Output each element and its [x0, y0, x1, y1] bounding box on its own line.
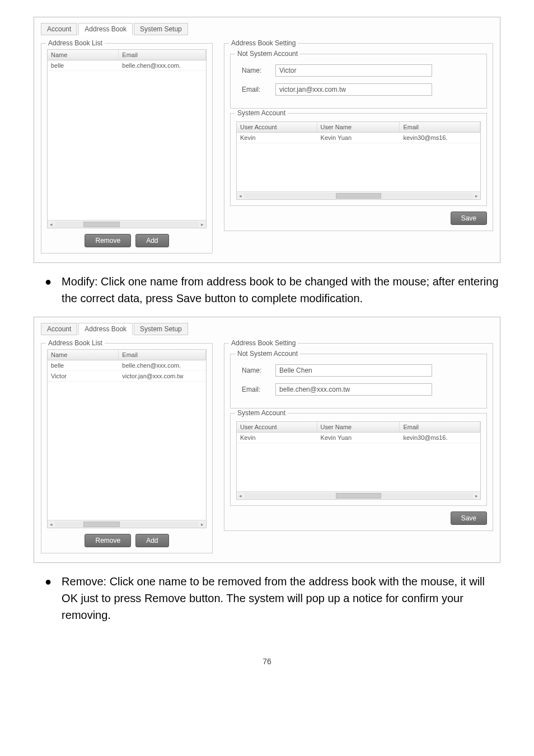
bullet-icon: ● [45, 573, 51, 623]
name-label: Name: [242, 67, 270, 74]
col-email: Email [119, 350, 206, 360]
list-item[interactable]: Victor victor.jan@xxx.com.tw [48, 371, 206, 382]
sys-header: User Account User Name Email [237, 122, 480, 133]
remove-button[interactable]: Remove [85, 534, 131, 547]
table-row[interactable]: Kevin Kevin Yuan kevin30@ms16. [237, 433, 480, 443]
name-input[interactable] [275, 364, 432, 377]
name-input[interactable] [275, 64, 432, 77]
address-book-setting-legend: Address Book Setting [229, 339, 298, 347]
screenshot-add: Account Address Book System Setup Addres… [34, 17, 500, 263]
scroll-right-icon[interactable]: ▸ [473, 193, 480, 199]
scroll-right-icon[interactable]: ▸ [199, 522, 206, 527]
system-account-list[interactable]: User Account User Name Email Kevin Kevin… [236, 121, 481, 200]
system-account-legend: System Account [235, 109, 288, 117]
cell-user-account: Kevin [237, 433, 317, 443]
system-account: System Account User Account User Name Em… [230, 413, 487, 506]
scroll-left-icon[interactable]: ◂ [48, 522, 55, 527]
scroll-right-icon[interactable]: ▸ [199, 222, 206, 227]
bullet-icon: ● [45, 273, 51, 307]
address-list[interactable]: Name Email belle belle.chen@xxx.com. ◂ [47, 49, 207, 228]
address-book-list: Address Book List Name Email belle belle… [41, 43, 213, 253]
scroll-left-icon[interactable]: ◂ [237, 193, 244, 199]
save-button[interactable]: Save [451, 511, 487, 525]
hscrollbar[interactable]: ◂ ▸ [48, 520, 206, 528]
list-item[interactable]: belle belle.chen@xxx.com. [48, 60, 206, 71]
col-user-name: User Name [317, 422, 400, 432]
screenshot-modify: Account Address Book System Setup Addres… [34, 317, 500, 563]
name-label: Name: [242, 367, 270, 374]
save-button[interactable]: Save [451, 212, 487, 225]
tab-bar: Account Address Book System Setup [41, 323, 493, 335]
bullet-remove: ● Remove: Click one name to be removed f… [45, 573, 500, 623]
cell-email: belle.chen@xxx.com. [119, 60, 206, 71]
col-email: Email [119, 50, 206, 60]
cell-email: belle.chen@xxx.com. [119, 360, 206, 370]
tab-address-book[interactable]: Address Book [78, 23, 133, 35]
address-list[interactable]: Name Email belle belle.chen@xxx.com. Vic… [47, 349, 207, 528]
cell-user-name: Kevin Yuan [317, 433, 400, 443]
cell-sys-email: kevin30@ms16. [400, 433, 480, 443]
add-button[interactable]: Add [135, 534, 168, 547]
address-book-setting: Address Book Setting Not System Account … [224, 343, 493, 531]
col-user-account: User Account [237, 122, 317, 132]
address-book-list-legend: Address Book List [46, 39, 105, 47]
col-name: Name [48, 350, 119, 360]
tab-system-setup[interactable]: System Setup [134, 323, 188, 335]
cell-email: victor.jan@xxx.com.tw [119, 371, 206, 381]
email-label: Email: [242, 86, 270, 93]
tab-bar: Account Address Book System Setup [41, 23, 493, 35]
list-header: Name Email [48, 50, 206, 60]
not-system-account-legend: Not System Account [235, 50, 300, 58]
cell-name: belle [48, 360, 119, 370]
scroll-thumb[interactable] [336, 493, 382, 499]
col-sys-email: Email [400, 122, 480, 132]
bullet-remove-text: Remove: Click one name to be removed fro… [62, 573, 500, 623]
list-item[interactable]: belle belle.chen@xxx.com. [48, 360, 206, 371]
cell-sys-email: kevin30@ms16. [400, 133, 480, 143]
page-number: 76 [34, 657, 500, 666]
bullet-modify-text: Modify: Click one name from address book… [62, 273, 500, 307]
tab-account[interactable]: Account [41, 23, 77, 35]
tab-system-setup[interactable]: System Setup [134, 23, 188, 35]
email-input[interactable] [275, 83, 432, 96]
scroll-right-icon[interactable]: ▸ [473, 493, 480, 499]
email-input[interactable] [275, 383, 432, 396]
hscrollbar[interactable]: ◂ ▸ [237, 491, 480, 499]
cell-user-name: Kevin Yuan [317, 133, 400, 143]
table-row[interactable]: Kevin Kevin Yuan kevin30@ms16. [237, 133, 480, 143]
col-sys-email: Email [400, 422, 480, 432]
tab-address-book[interactable]: Address Book [78, 323, 133, 335]
list-header: Name Email [48, 350, 206, 360]
scroll-left-icon[interactable]: ◂ [237, 493, 244, 499]
sys-header: User Account User Name Email [237, 422, 480, 433]
col-name: Name [48, 50, 119, 60]
add-button[interactable]: Add [135, 234, 168, 247]
address-book-setting: Address Book Setting Not System Account … [224, 43, 493, 231]
hscrollbar[interactable]: ◂ ▸ [48, 220, 206, 228]
not-system-account: Not System Account Name: Email: [230, 54, 487, 109]
address-book-list-legend: Address Book List [46, 339, 105, 347]
bullet-modify: ● Modify: Click one name from address bo… [45, 273, 500, 307]
system-account-legend: System Account [235, 409, 288, 417]
col-user-name: User Name [317, 122, 400, 132]
cell-user-account: Kevin [237, 133, 317, 143]
scroll-thumb[interactable] [336, 193, 382, 199]
cell-name: Victor [48, 371, 119, 381]
email-label: Email: [242, 386, 270, 393]
scroll-left-icon[interactable]: ◂ [48, 222, 55, 227]
address-book-list: Address Book List Name Email belle belle… [41, 343, 213, 553]
col-user-account: User Account [237, 422, 317, 432]
scroll-thumb[interactable] [83, 222, 119, 227]
cell-name: belle [48, 60, 119, 71]
system-account-list[interactable]: User Account User Name Email Kevin Kevin… [236, 421, 481, 500]
not-system-account-legend: Not System Account [235, 350, 300, 358]
scroll-thumb[interactable] [83, 522, 119, 527]
not-system-account: Not System Account Name: Email: [230, 354, 487, 408]
hscrollbar[interactable]: ◂ ▸ [237, 191, 480, 199]
system-account: System Account User Account User Name Em… [230, 113, 487, 206]
remove-button[interactable]: Remove [85, 234, 131, 247]
tab-account[interactable]: Account [41, 323, 77, 335]
address-book-setting-legend: Address Book Setting [229, 39, 298, 47]
